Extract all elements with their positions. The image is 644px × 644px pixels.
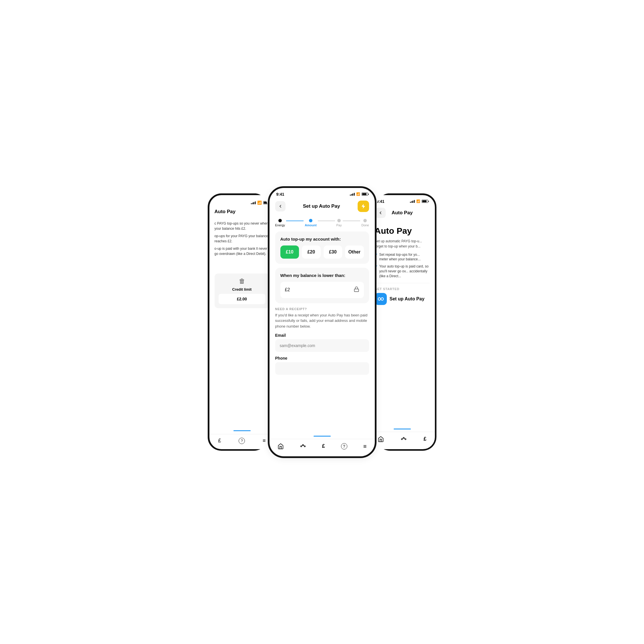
scene: 📶 Auto Pay c PAYG top-ups so you never w… [161, 161, 483, 483]
center-content: Auto top-up my account with: £10 £20 £30… [270, 228, 375, 435]
receipt-desc: If you'd like a receipt when your Auto P… [275, 312, 369, 329]
amount-30-btn[interactable]: £30 [324, 245, 342, 259]
right-nav-header: Auto Pay [370, 205, 435, 221]
nav-help-left[interactable]: ? [235, 437, 248, 445]
left-text2: op-ups for your PAYG your balance reache… [215, 233, 270, 244]
right-status-bar: 9:41 📶 [370, 195, 435, 205]
infinity-icon [375, 293, 387, 305]
bottom-indicator-right [394, 429, 411, 429]
phone-input[interactable] [275, 362, 369, 375]
wifi-icon-right: 📶 [416, 199, 420, 203]
step-label-amount: Amount [305, 223, 317, 227]
back-button-right[interactable] [375, 208, 386, 218]
right-nav-title: Auto Pay [392, 210, 413, 216]
battery-icon-center [362, 193, 368, 196]
svg-line-5 [303, 445, 304, 446]
receipt-section-label: NEED A RECEIPT? [275, 307, 369, 311]
bottom-indicator-left [233, 430, 251, 431]
setup-autopay-button[interactable]: Set up Auto Pay [375, 293, 430, 305]
step-amount: Amount [305, 219, 317, 227]
phone-right: 9:41 📶 Auto Pay [368, 193, 437, 451]
balance-field: £2 [280, 282, 364, 298]
progress-stepper: Energy Amount Pay Done [270, 215, 375, 228]
autopay-page-title: Auto Pay [375, 226, 430, 236]
autopay-desc: Set up automatic PAYG top-u... forget to… [375, 239, 430, 249]
center-status-icons: 📶 [350, 192, 368, 196]
svg-line-10 [404, 438, 405, 439]
lock-icon [354, 286, 359, 294]
step-done: Done [361, 219, 369, 227]
delete-icon: 🗑 [219, 278, 265, 285]
step-line-3 [343, 221, 360, 221]
credit-limit-value: £2.00 [219, 294, 265, 304]
center-nav-header: Set up Auto Pay [270, 198, 375, 215]
setup-autopay-label: Set up Auto Pay [390, 296, 425, 302]
center-bottom-nav: £ ? ≡ [270, 439, 375, 456]
nav-account-left[interactable]: £ [215, 437, 224, 445]
step-label-energy: Energy [275, 223, 285, 227]
email-label: Email [275, 333, 369, 338]
email-input[interactable] [275, 339, 369, 352]
lightning-badge [358, 201, 369, 212]
nav-home-center[interactable] [274, 442, 287, 451]
left-content: c PAYG top-ups so you never when your ba… [209, 218, 275, 311]
step-dot-done [363, 219, 367, 222]
nav-help-center[interactable]: ? [338, 442, 351, 451]
phone-label: Phone [275, 356, 369, 360]
check-item-1: ✓ Set repeat top-ups for yo... meter whe… [375, 252, 430, 262]
right-time: 9:41 [377, 199, 385, 204]
nav-account-right[interactable]: £ [420, 435, 430, 443]
amount-10-btn[interactable]: £10 [280, 245, 299, 259]
phone-left: 📶 Auto Pay c PAYG top-ups so you never w… [208, 193, 276, 451]
step-pay: Pay [336, 219, 342, 227]
svg-line-4 [302, 445, 302, 446]
nav-account-center[interactable]: £ [319, 442, 328, 450]
nav-nodes-right[interactable] [397, 435, 410, 443]
svg-line-9 [403, 438, 403, 439]
wifi-icon-center: 📶 [356, 192, 360, 196]
amount-options: £10 £20 £30 Other [280, 245, 364, 259]
step-energy: Energy [275, 219, 285, 227]
check-text-2: Your auto top-up is paid card, so you'll… [379, 264, 430, 278]
credit-limit-label: Credit limit [219, 287, 265, 292]
step-line-1 [286, 221, 304, 221]
get-started-label: GET STARTED [375, 283, 430, 291]
check-text-1: Set repeat top-ups for yo... meter when … [379, 252, 430, 262]
amount-other-btn[interactable]: Other [345, 245, 364, 259]
bottom-indicator-center [314, 436, 331, 437]
center-time: 9:41 [276, 192, 284, 197]
right-bottom-nav: £ [370, 432, 435, 449]
bottom-nav-left: £ ? ≡ [209, 434, 275, 449]
balance-value: £2 [285, 287, 290, 292]
topup-card-title: Auto top-up my account with: [280, 237, 364, 241]
phone-center: 9:41 📶 Set up Auto Pay [268, 186, 377, 458]
right-main-content: Auto Pay Set up automatic PAYG top-u... … [370, 221, 435, 310]
credit-limit-card: 🗑 Credit limit £2.00 [215, 274, 270, 308]
balance-card-title: When my balance is lower than: [280, 273, 364, 278]
nav-menu-center[interactable]: ≡ [360, 442, 370, 450]
step-label-pay: Pay [336, 223, 342, 227]
amount-20-btn[interactable]: £20 [302, 245, 321, 259]
topup-card: Auto top-up my account with: £10 £20 £30… [275, 231, 369, 264]
step-dot-energy [278, 219, 282, 222]
left-text3: o-up is paid with your bank ll never go … [215, 246, 270, 256]
step-dot-amount [309, 219, 312, 222]
left-page-title: Auto Pay [215, 209, 236, 215]
step-line-2 [318, 221, 335, 221]
center-status-bar: 9:41 📶 [270, 188, 375, 198]
step-label-done: Done [361, 223, 369, 227]
check-item-2: ✓ Your auto top-up is paid card, so you'… [375, 264, 430, 278]
balance-card: When my balance is lower than: £2 [275, 268, 369, 303]
step-dot-pay [337, 219, 341, 222]
left-text1: c PAYG top-ups so you never when your ba… [215, 221, 270, 231]
right-status-icons: 📶 [410, 199, 428, 203]
back-button-center[interactable] [275, 201, 286, 211]
svg-rect-0 [354, 289, 358, 292]
nav-nodes-center[interactable] [296, 442, 310, 451]
center-nav-title: Set up Auto Pay [303, 203, 340, 209]
battery-icon-right [422, 200, 428, 203]
